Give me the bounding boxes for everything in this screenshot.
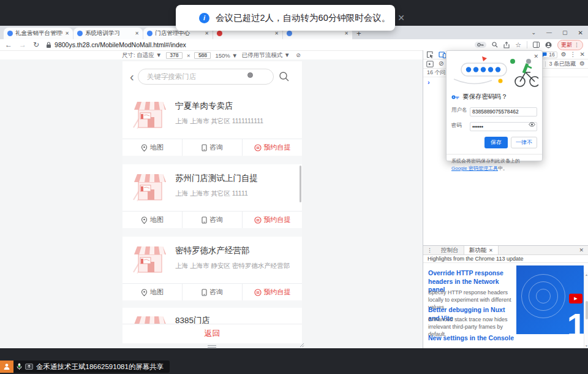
- show-password-eye-icon[interactable]: [529, 122, 535, 127]
- tab-console-drawer[interactable]: 控制台: [436, 246, 464, 254]
- chrome-update-button[interactable]: 更新 ⋮: [557, 40, 583, 50]
- consult-label: 咨询: [209, 143, 223, 152]
- bookmark-star-icon[interactable]: ☆: [515, 41, 521, 49]
- password-key-icon[interactable]: [475, 42, 486, 48]
- card-gap: [123, 156, 302, 164]
- page-scrollbar-thumb[interactable]: [300, 166, 301, 202]
- tab-close-icon[interactable]: ✕: [274, 31, 279, 36]
- browser-toolbar: ← → ↻ 9800ys.th28.cn/MobileModNoMall.htm…: [0, 39, 588, 51]
- screen-share-bar: 金禾通技术王斌18662591081的屏幕共享: [0, 361, 170, 373]
- map-label: 地图: [150, 143, 164, 152]
- screen-share-icon[interactable]: [25, 364, 33, 370]
- devtools-more-icon[interactable]: ⋮: [570, 52, 576, 58]
- card-gap: [123, 228, 302, 237]
- throttling-select[interactable]: 已停用节流模式 ▼: [242, 52, 290, 59]
- chrome-update-graphic: ▶ 1: [516, 265, 584, 334]
- drawer-scrollbar[interactable]: ▲ ▼: [584, 272, 588, 348]
- map-action[interactable]: 地图: [123, 284, 182, 300]
- close-window-button[interactable]: ✕: [578, 29, 583, 36]
- username-field[interactable]: [470, 107, 537, 116]
- microphone-icon[interactable]: [17, 363, 22, 371]
- console-settings-icon[interactable]: ⚙: [579, 61, 585, 67]
- tab-close-icon[interactable]: ✕: [65, 31, 69, 36]
- consult-action[interactable]: 咨询: [182, 212, 242, 228]
- pickup-action[interactable]: 预约自提: [242, 139, 302, 156]
- store-search-input[interactable]: [138, 69, 274, 85]
- device-zoom-select[interactable]: 150% ▼: [215, 52, 237, 59]
- storefront-icon: [131, 244, 168, 275]
- pickup-action[interactable]: 预约自提: [242, 212, 302, 228]
- zoom-icon[interactable]: [492, 42, 498, 48]
- tab-close-icon[interactable]: ✕: [489, 248, 493, 253]
- consult-action[interactable]: 咨询: [182, 139, 242, 156]
- return-button[interactable]: 返回: [123, 324, 302, 342]
- devtools-close-icon[interactable]: ✕: [580, 52, 585, 58]
- toast-close-icon[interactable]: ✕: [398, 13, 405, 23]
- presenter-button[interactable]: [0, 361, 13, 373]
- store-card[interactable]: 苏州门店测试上门自提 上海 上海市 其它区 11111 地图 咨询: [123, 164, 302, 228]
- store-card[interactable]: 密特罗德水产经营部 上海 上海市 静安区 密特罗德水产经营部 地图 咨询: [123, 237, 302, 300]
- console-sidebar-icon[interactable]: [426, 61, 434, 67]
- map-pin-icon: [141, 289, 148, 296]
- phone-icon: [202, 289, 207, 296]
- mobile-viewport: ‹: [123, 61, 302, 343]
- save-button[interactable]: 保存: [484, 137, 508, 148]
- mobile-back-icon[interactable]: ‹: [130, 71, 134, 83]
- map-action[interactable]: 地图: [123, 139, 182, 156]
- scroll-down-icon[interactable]: ▼: [585, 344, 588, 348]
- tab-close-icon[interactable]: ✕: [135, 31, 139, 36]
- tab-close-icon[interactable]: ✕: [205, 31, 209, 36]
- whats-new-header: Highlights from the Chrome 113 update: [423, 255, 588, 263]
- drawer-close-icon[interactable]: ✕: [579, 247, 588, 253]
- store-card[interactable]: 宁夏羊肉专卖店 上海 上海市 其它区 1111111111 地图 咨询: [123, 92, 302, 156]
- drawer-menu-icon[interactable]: ⋮: [423, 247, 436, 253]
- device-size-select[interactable]: 尺寸: 自适应 ▼: [122, 52, 162, 59]
- side-panel-icon[interactable]: [533, 42, 540, 48]
- pickup-action[interactable]: 预约自提: [242, 284, 302, 300]
- maximize-button[interactable]: ▢: [562, 29, 568, 36]
- viewport-height-input[interactable]: [194, 52, 211, 59]
- scrollbar-thumb[interactable]: [586, 301, 588, 319]
- viewport-corner-resize-handle[interactable]: [300, 343, 304, 348]
- viewport-width-input[interactable]: [166, 52, 183, 59]
- meeting-toast-text: 会议已超过2人，自动转为60分钟限时会议。: [216, 12, 390, 24]
- toolbar-divider: [545, 61, 546, 67]
- tab-training[interactable]: 系统培训学习 ✕: [74, 28, 143, 39]
- password-manager-link[interactable]: Google 密码管理工具: [451, 166, 498, 171]
- tab-whats-new[interactable]: 新功能 ✕: [464, 246, 499, 254]
- store-info: 宁夏羊肉专卖店 上海 上海市 其它区 1111111111: [123, 92, 302, 139]
- tab-gift-platform[interactable]: 礼盒营销平台管理中心 ✕: [4, 28, 73, 39]
- dialog-close-icon[interactable]: ✕: [533, 53, 538, 59]
- search-icon[interactable]: [279, 71, 290, 82]
- forward-icon[interactable]: →: [19, 40, 26, 49]
- devtools-drawer: ⋮ 控制台 新功能 ✕ ✕ Highlights from the Chrome…: [423, 245, 588, 348]
- url-text[interactable]: 9800ys.th28.cn/MobileModNoMall.html#/ind…: [55, 41, 186, 48]
- back-icon[interactable]: ←: [5, 40, 12, 49]
- tab-search-icon[interactable]: ⌄: [532, 29, 537, 36]
- minimize-button[interactable]: —: [546, 29, 552, 36]
- mouse-cursor-dot: [247, 72, 253, 78]
- scroll-up-icon[interactable]: ▲: [585, 273, 588, 277]
- update-label: 更新: [561, 41, 572, 49]
- viewport-resize-handle[interactable]: [208, 345, 216, 348]
- pickup-icon: [254, 144, 262, 151]
- reload-icon[interactable]: ↻: [33, 40, 39, 49]
- tab-close-icon[interactable]: ✕: [344, 31, 349, 36]
- youtube-play-icon[interactable]: ▶: [569, 294, 582, 303]
- inspect-element-icon[interactable]: [426, 51, 434, 58]
- password-row: 密码: [447, 116, 542, 132]
- whats-new-label: 新功能: [469, 246, 487, 254]
- pickup-label: 预约自提: [264, 143, 291, 152]
- share-icon[interactable]: [503, 42, 510, 48]
- map-action[interactable]: 地图: [123, 212, 182, 228]
- emulation-stage: ‹: [0, 59, 423, 348]
- never-button[interactable]: 一律不: [511, 137, 537, 148]
- profile-avatar[interactable]: [545, 42, 552, 48]
- consult-action[interactable]: 咨询: [182, 284, 242, 300]
- whats-new-link[interactable]: New settings in the Console: [428, 334, 515, 343]
- more-menu-icon[interactable]: ⋮: [574, 42, 579, 48]
- clear-console-icon[interactable]: ⊘: [439, 61, 443, 67]
- password-field[interactable]: [470, 122, 537, 131]
- settings-gear-icon[interactable]: ⚙: [561, 52, 567, 58]
- store-actions: 地图 咨询 预约自提: [123, 283, 302, 300]
